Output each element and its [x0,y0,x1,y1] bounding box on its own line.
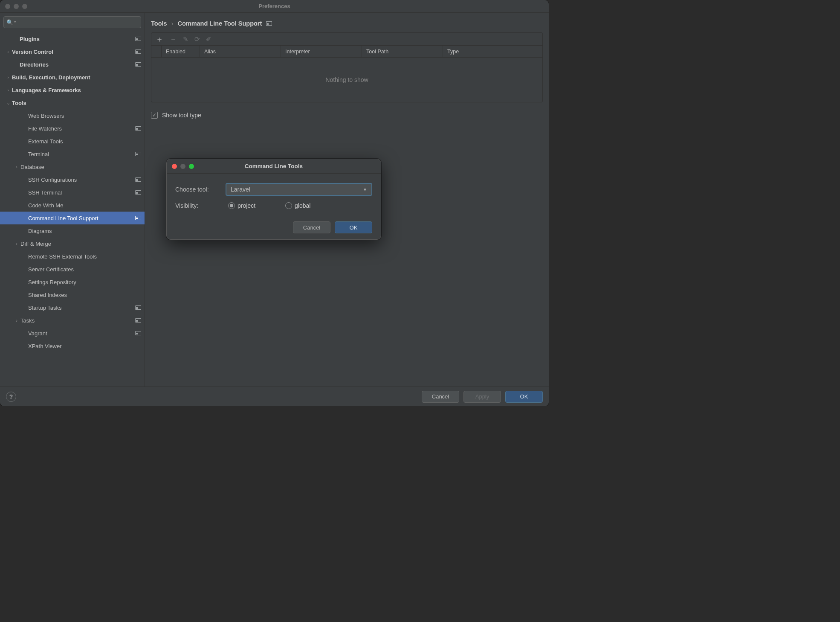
minimize-icon[interactable] [14,4,19,9]
close-icon[interactable] [5,4,10,9]
combobox-value: Laravel [231,186,250,193]
refresh-icon[interactable]: ⟳ [194,35,200,43]
sidebar-item-diff-merge[interactable]: ›Diff & Merge [0,237,145,250]
expand-arrow-icon: › [4,49,12,54]
sidebar-item-label: SSH Configurations [28,177,135,183]
dialog-cancel-button[interactable]: Cancel [293,221,330,233]
sidebar-item-shared-indexes[interactable]: Shared Indexes [0,288,145,301]
breadcrumb: Tools › Command Line Tool Support [151,17,543,30]
sidebar-item-vagrant[interactable]: Vagrant [0,327,145,340]
project-scope-icon [135,331,141,335]
cancel-button[interactable]: Cancel [422,391,459,403]
ok-button[interactable]: OK [505,391,543,403]
edit-icon[interactable]: ✎ [183,35,188,43]
dialog-title: Command Line Tools [167,163,381,169]
sidebar-item-languages-frameworks[interactable]: ›Languages & Frameworks [0,84,145,96]
sidebar-item-label: Vagrant [28,330,135,337]
sidebar-item-label: XPath Viewer [28,343,141,349]
project-scope-icon [135,37,141,41]
sidebar-item-label: External Tools [28,138,141,145]
radio-project[interactable]: project [228,202,255,209]
remove-icon[interactable]: － [169,34,177,44]
show-tool-type-checkbox[interactable]: ✓ Show tool type [151,112,543,119]
column-header-interpreter[interactable]: Interpreter [281,46,362,57]
sidebar-item-label: Diff & Merge [20,241,141,247]
dialog-minimize-icon[interactable] [180,164,185,169]
settings-tree[interactable]: Plugins›Version ControlDirectories›Build… [0,32,145,387]
sidebar-item-label: Web Browsers [28,113,141,119]
sidebar-item-label: Plugins [20,36,135,42]
titlebar: Preferences [0,0,549,13]
checkbox-label: Show tool type [162,112,201,119]
radio-global[interactable]: global [285,202,310,209]
help-button[interactable]: ? [6,392,16,402]
sidebar-item-ssh-terminal[interactable]: SSH Terminal [0,186,145,199]
sidebar-item-remote-ssh-external-tools[interactable]: Remote SSH External Tools [0,250,145,263]
checkbox-icon: ✓ [151,112,158,119]
sidebar-item-tasks[interactable]: ›Tasks [0,314,145,327]
sidebar-item-directories[interactable]: Directories [0,58,145,71]
expand-arrow-icon: › [13,164,20,169]
expand-arrow-icon: › [4,87,12,93]
column-header-tool-path[interactable]: Tool Path [362,46,443,57]
sidebar-item-file-watchers[interactable]: File Watchers [0,122,145,135]
expand-arrow-icon: › [13,318,20,323]
sidebar-item-tools[interactable]: ⌄Tools [0,96,145,109]
sidebar-item-label: Shared Indexes [28,292,141,298]
table-header: EnabledAliasInterpreterTool PathType [151,46,542,58]
column-header-type[interactable]: Type [443,46,542,57]
column-header-enabled[interactable]: Enabled [162,46,200,57]
sidebar-item-web-browsers[interactable]: Web Browsers [0,109,145,122]
sidebar-item-ssh-configurations[interactable]: SSH Configurations [0,173,145,186]
breadcrumb-parent[interactable]: Tools [151,20,167,27]
sidebar-item-code-with-me[interactable]: Code With Me [0,199,145,212]
sidebar-item-xpath-viewer[interactable]: XPath Viewer [0,340,145,352]
sidebar-item-label: Command Line Tool Support [28,215,135,221]
sidebar-item-settings-repository[interactable]: Settings Repository [0,276,145,288]
sidebar-item-terminal[interactable]: Terminal [0,148,145,160]
sidebar-item-label: Terminal [28,151,135,157]
dialog-zoom-icon[interactable] [189,164,194,169]
visibility-label: Visibility: [175,202,220,209]
project-scope-icon [266,21,272,26]
sidebar-item-plugins[interactable]: Plugins [0,32,145,45]
add-icon[interactable]: ＋ [156,34,163,44]
sidebar-item-label: File Watchers [28,125,135,132]
dialog-ok-button[interactable]: OK [335,221,372,233]
sidebar-item-external-tools[interactable]: External Tools [0,135,145,148]
sidebar-item-label: SSH Terminal [28,189,135,196]
command-line-tools-dialog: Command Line Tools Choose tool: Laravel … [166,159,381,240]
radio-unchecked-icon [285,202,292,209]
table-body-empty: Nothing to show [151,58,543,102]
breadcrumb-current: Command Line Tool Support [177,20,262,27]
sidebar-item-startup-tasks[interactable]: Startup Tasks [0,301,145,314]
search-chevron-icon: ▾ [14,20,16,24]
sidebar-item-command-line-tool-support[interactable]: Command Line Tool Support [0,212,145,224]
sidebar-item-database[interactable]: ›Database [0,160,145,173]
sidebar-item-label: Tools [12,100,141,106]
column-header-alias[interactable]: Alias [200,46,281,57]
project-scope-icon [135,177,141,182]
sidebar-item-build-execution-deployment[interactable]: ›Build, Execution, Deployment [0,71,145,84]
sidebar-item-label: Diagrams [28,228,141,234]
search-input[interactable]: 🔍▾ [3,16,141,28]
choose-tool-combobox[interactable]: Laravel ▼ [226,183,372,196]
choose-tool-label: Choose tool: [175,186,220,193]
expand-arrow-icon: ⌄ [4,100,12,106]
zoom-icon[interactable] [22,4,27,9]
sidebar-item-diagrams[interactable]: Diagrams [0,224,145,237]
apply-button[interactable]: Apply [463,391,501,403]
edit-source-icon[interactable]: ✐ [206,35,211,43]
sidebar-item-server-certificates[interactable]: Server Certificates [0,263,145,276]
chevron-down-icon: ▼ [363,187,367,192]
table-toolbar: ＋ － ✎ ⟳ ✐ EnabledAliasInterpreterTool Pa… [151,32,543,58]
sidebar: 🔍▾ Plugins›Version ControlDirectories›Bu… [0,13,145,387]
dialog-close-icon[interactable] [172,164,177,169]
sidebar-item-label: Remote SSH External Tools [28,253,141,260]
sidebar-item-label: Build, Execution, Deployment [12,74,141,81]
sidebar-item-label: Server Certificates [28,266,141,273]
sidebar-item-label: Languages & Frameworks [12,87,141,93]
sidebar-item-version-control[interactable]: ›Version Control [0,45,145,58]
project-scope-icon [135,216,141,220]
sidebar-item-label: Startup Tasks [28,305,135,311]
